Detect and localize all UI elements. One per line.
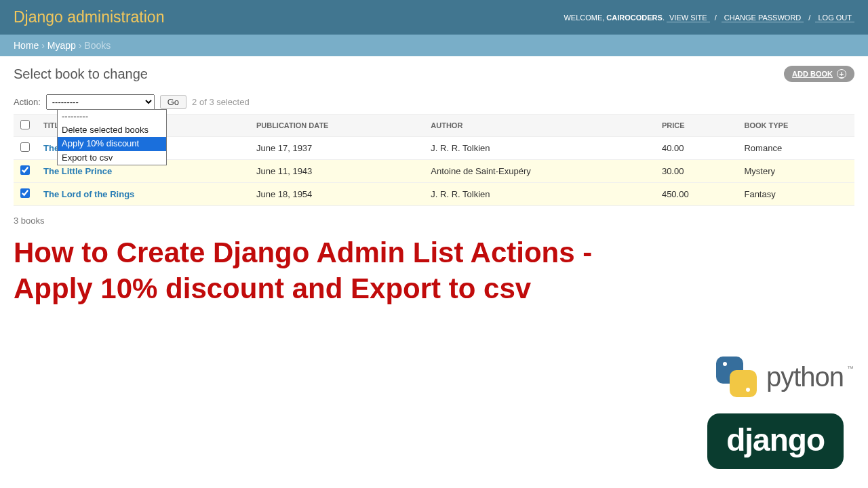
col-price[interactable]: PRICE [655, 115, 738, 137]
col-pub[interactable]: PUBLICATION DATE [250, 115, 424, 137]
username: CAIROCODERS [606, 14, 663, 22]
select-all-checkbox[interactable] [20, 120, 30, 129]
table-row: The Lord of the Rings June 18, 1954 J. R… [14, 183, 854, 206]
row-author: Antoine de Saint-Exupéry [424, 160, 655, 183]
action-select[interactable]: --------- [46, 94, 155, 110]
row-author: J. R. R. Tolkien [424, 183, 655, 206]
add-book-label: ADD BOOK [792, 70, 833, 78]
row-price: 30.00 [655, 160, 738, 183]
row-checkbox[interactable] [20, 142, 30, 152]
site-title: Django administration [14, 8, 164, 26]
action-option-delete[interactable]: Delete selected books [58, 123, 166, 137]
row-author: J. R. R. Tolkien [424, 137, 655, 160]
row-title-link[interactable]: The Lord of the Rings [43, 189, 134, 199]
plus-icon: + [837, 69, 846, 79]
row-title-link[interactable]: The Little Prince [43, 166, 112, 176]
breadcrumb-model: Books [84, 40, 111, 51]
col-author[interactable]: AUTHOR [424, 115, 655, 137]
action-label: Action: [14, 97, 41, 107]
breadcrumb-app[interactable]: Myapp [47, 40, 76, 51]
content: Select book to change ADD BOOK + Action:… [0, 56, 868, 209]
user-links: WELCOME, CAIROCODERS. VIEW SITE / CHANGE… [564, 14, 854, 22]
welcome-text: WELCOME, [564, 14, 606, 22]
view-site-link[interactable]: VIEW SITE [667, 14, 710, 22]
row-price: 450.00 [655, 183, 738, 206]
change-password-link[interactable]: CHANGE PASSWORD [722, 14, 804, 22]
action-option-export[interactable]: Export to csv [58, 151, 166, 165]
selection-count: 2 of 3 selected [192, 97, 250, 107]
action-option-blank[interactable]: --------- [58, 110, 166, 123]
breadcrumb: Home › Myapp › Books [0, 35, 868, 56]
row-type: Mystery [737, 160, 854, 183]
row-price: 40.00 [655, 137, 738, 160]
overlay-headline: How to Create Django Admin List Actions … [14, 235, 651, 306]
row-pub: June 11, 1943 [250, 160, 424, 183]
row-pub: June 18, 1954 [250, 183, 424, 206]
row-checkbox[interactable] [20, 165, 30, 175]
thumbnail-overlay: How to Create Django Admin List Actions … [0, 230, 868, 320]
add-book-button[interactable]: ADD BOOK + [784, 66, 854, 82]
action-option-discount[interactable]: Apply 10% discount [58, 137, 166, 150]
row-type: Fantasy [737, 183, 854, 206]
logout-link[interactable]: LOG OUT [815, 14, 854, 22]
col-type[interactable]: BOOK TYPE [737, 115, 854, 137]
breadcrumb-home[interactable]: Home [14, 40, 39, 51]
row-checkbox[interactable] [20, 188, 30, 198]
admin-header: Django administration WELCOME, CAIROCODE… [0, 0, 868, 35]
actions-bar: Action: --------- Go 2 of 3 selected ---… [14, 94, 854, 110]
row-type: Romance [737, 137, 854, 160]
action-dropdown-open: --------- Delete selected books Apply 10… [57, 109, 167, 165]
go-button[interactable]: Go [160, 95, 186, 109]
result-count: 3 books [0, 209, 868, 230]
page-title: Select book to change [14, 66, 148, 82]
row-pub: June 17, 1937 [250, 137, 424, 160]
